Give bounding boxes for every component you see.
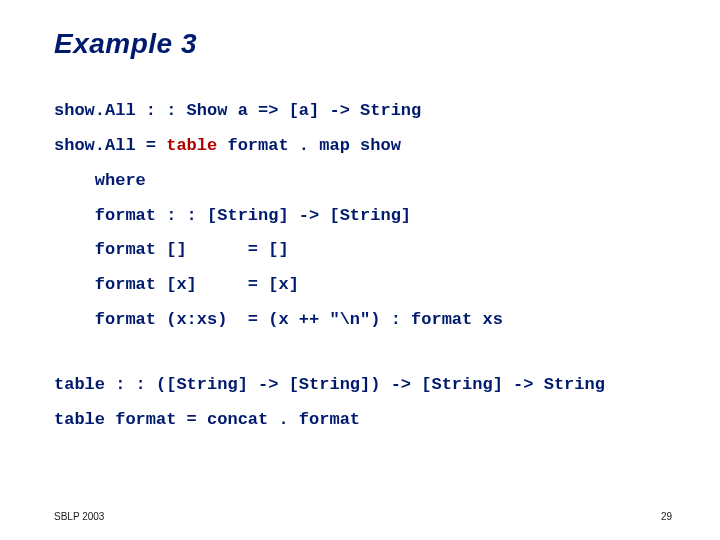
code-keyword-table: table xyxy=(166,136,217,155)
code-line-part: format . map show xyxy=(217,136,401,155)
code-line: format [x] = [x] xyxy=(54,275,299,294)
code-line: table format = concat . format xyxy=(54,410,360,429)
code-line: table : : ([String] -> [String]) -> [Str… xyxy=(54,375,605,394)
code-block-1: show.All : : Show a => [a] -> String sho… xyxy=(54,94,672,338)
code-line: format (x:xs) = (x ++ "\n") : format xs xyxy=(54,310,503,329)
code-line: format [] = [] xyxy=(54,240,289,259)
footer-left: SBLP 2003 xyxy=(54,511,104,522)
code-line: show.All : : Show a => [a] -> String xyxy=(54,101,421,120)
code-line: where xyxy=(54,171,146,190)
slide-title: Example 3 xyxy=(54,28,672,60)
code-line-part: show.All = xyxy=(54,136,166,155)
footer-page-number: 29 xyxy=(661,511,672,522)
code-block-2: table : : ([String] -> [String]) -> [Str… xyxy=(54,368,672,438)
code-line: format : : [String] -> [String] xyxy=(54,206,411,225)
